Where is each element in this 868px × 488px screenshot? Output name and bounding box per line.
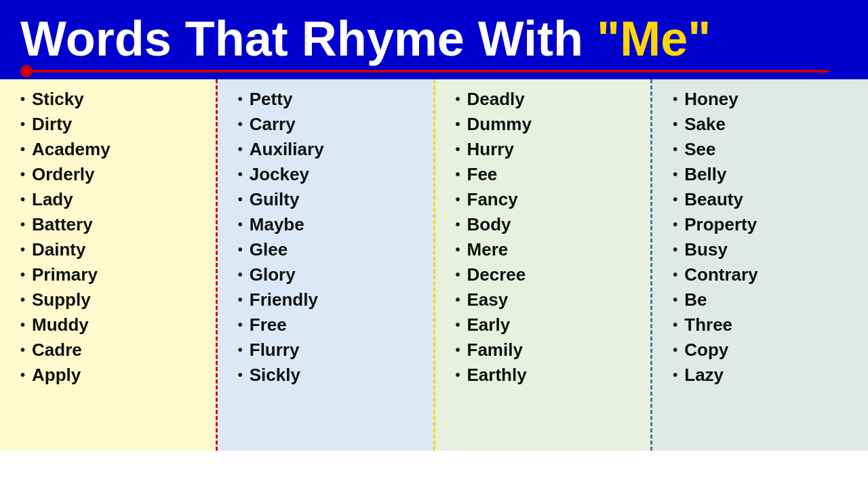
list-item: Sickly <box>238 365 427 386</box>
list-item: Lady <box>20 189 209 210</box>
list-item: Academy <box>20 139 209 160</box>
list-item: Early <box>456 314 644 336</box>
list-item: Glee <box>238 239 427 260</box>
list-item: Sake <box>673 114 861 135</box>
page-title: Words That Rhyme With "Me" <box>20 12 848 66</box>
list-item: Sticky <box>20 89 209 110</box>
list-item: Lazy <box>673 365 861 386</box>
column-1: StickyDirtyAcademyOrderlyLadyBatteryDain… <box>0 79 218 451</box>
list-item: Supply <box>20 289 209 310</box>
list-item: Easy <box>456 289 644 310</box>
list-item: Contrary <box>673 264 861 285</box>
list-item: Hurry <box>456 139 644 160</box>
underline-line <box>26 70 829 73</box>
header: Words That Rhyme With "Me" <box>0 0 868 79</box>
column-4: HoneySakeSeeBellyBeautyPropertyBusyContr… <box>652 79 868 451</box>
list-item: Dainty <box>20 239 209 260</box>
list-item: Glory <box>238 264 427 285</box>
list-item: Decree <box>456 264 644 285</box>
list-item: Fancy <box>456 189 644 210</box>
list-item: Deadly <box>456 89 644 110</box>
list-item: Belly <box>673 164 861 185</box>
list-item: Flurry <box>238 340 427 361</box>
list-item: Be <box>673 289 861 310</box>
list-item: Fee <box>456 164 644 185</box>
list-item: Property <box>673 214 861 235</box>
list-item: Battery <box>20 214 209 235</box>
list-item: Apply <box>20 365 209 386</box>
list-item: Mere <box>456 239 644 260</box>
list-item: Free <box>238 314 427 336</box>
list-item: Petty <box>238 89 427 110</box>
column-3: DeadlyDummyHurryFeeFancyBodyMereDecreeEa… <box>435 79 653 451</box>
title-main: Words That Rhyme With <box>20 12 597 66</box>
list-item: Dirty <box>20 114 209 135</box>
list-item: Copy <box>673 340 861 361</box>
list-item: Auxiliary <box>238 139 427 160</box>
list-item: Dummy <box>456 114 644 135</box>
list-item: Guilty <box>238 189 427 210</box>
list-item: Busy <box>673 239 861 260</box>
list-item: Jockey <box>238 164 427 185</box>
list-item: Honey <box>673 89 861 110</box>
list-item: Maybe <box>238 214 427 235</box>
list-item: Body <box>456 214 644 235</box>
list-item: Primary <box>20 264 209 285</box>
content-area: StickyDirtyAcademyOrderlyLadyBatteryDain… <box>0 79 868 451</box>
list-item: Friendly <box>238 289 427 310</box>
header-underline <box>20 70 848 73</box>
title-highlight: "Me" <box>597 12 711 66</box>
list-item: Beauty <box>673 189 861 210</box>
list-item: Orderly <box>20 164 209 185</box>
list-item: Family <box>456 340 644 361</box>
list-item: Earthly <box>456 365 644 386</box>
column-2: PettyCarryAuxiliaryJockeyGuiltyMaybeGlee… <box>218 79 435 451</box>
list-item: See <box>673 139 861 160</box>
list-item: Cadre <box>20 340 209 361</box>
list-item: Carry <box>238 114 427 135</box>
list-item: Three <box>673 314 861 336</box>
list-item: Muddy <box>20 314 209 336</box>
